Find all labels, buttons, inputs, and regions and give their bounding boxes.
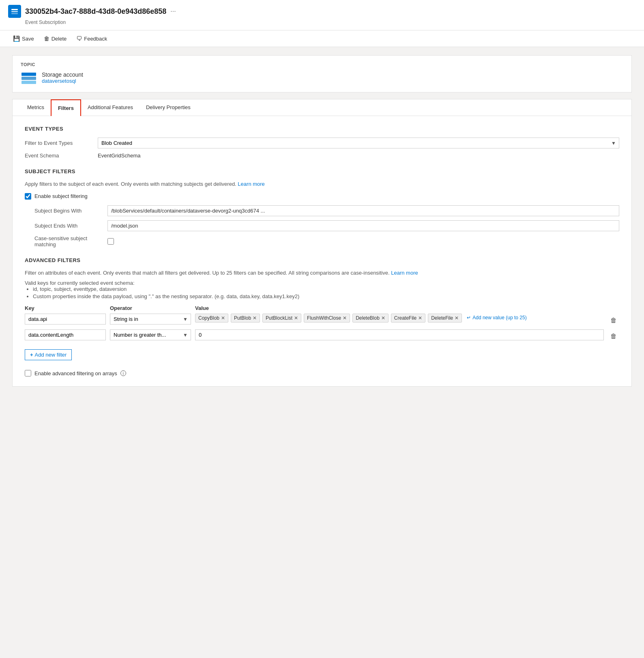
enable-subject-filtering-label: Enable subject filtering <box>34 193 88 199</box>
top-bar: 330052b4-3ac7-888d-43d8-0e943d86e858 ···… <box>0 0 644 47</box>
subject-filter-fields: Subject Begins With Subject Ends With Ca… <box>34 205 619 247</box>
feedback-icon: 🗨 <box>76 35 82 42</box>
enable-adv-arrays-label: Enable advanced filtering on arrays <box>34 370 117 376</box>
add-new-filter-button[interactable]: + Add new filter <box>25 349 72 360</box>
subject-filters-description: Apply filters to the subject of each eve… <box>25 180 619 188</box>
svg-rect-4 <box>21 77 36 80</box>
app-icon <box>8 5 21 18</box>
filter-row-1-operator[interactable]: String is in String is not in String con… <box>110 314 191 325</box>
svg-rect-5 <box>21 81 36 84</box>
tag-copyblob: CopyBlob ✕ <box>195 314 228 323</box>
enable-advanced-filtering-row: Enable advanced filtering on arrays i <box>25 370 619 376</box>
tag-createfile-close[interactable]: ✕ <box>418 316 422 320</box>
tag-flushwithclose: FlushWithClose ✕ <box>304 314 350 323</box>
event-types-dropdown-wrapper: Blob Created ▼ <box>98 138 619 148</box>
subject-begins-with-row: Subject Begins With <box>34 205 619 216</box>
tab-delivery-properties[interactable]: Delivery Properties <box>140 99 197 116</box>
event-types-title: EVENT TYPES <box>25 126 619 132</box>
add-value-icon: ↵ <box>467 315 471 320</box>
topic-info: TOPIC Storage account dataversetosql <box>21 62 83 86</box>
tabs: Metrics Filters Additional Features Deli… <box>13 99 631 116</box>
advanced-filters-learn-more[interactable]: Learn more <box>391 270 418 276</box>
tag-copyblob-close[interactable]: ✕ <box>221 316 225 320</box>
advanced-filters-section: ADVANCED FILTERS Filter on attributes of… <box>25 257 619 377</box>
svg-rect-2 <box>11 13 18 14</box>
case-sensitive-row: Case-sensitive subject matching <box>34 235 619 247</box>
topic-type: Storage account <box>42 71 83 78</box>
valid-keys-section: Valid keys for currently selected event … <box>25 280 619 299</box>
tab-additional-features[interactable]: Additional Features <box>81 99 140 116</box>
filter-row-1-values: CopyBlob ✕ PutBlob ✕ PutBlockList ✕ Flus… <box>195 314 604 323</box>
subject-begins-with-input[interactable] <box>107 205 619 216</box>
filter-table-header: Key Operator Value <box>25 305 619 311</box>
page-subtitle: Event Subscription <box>25 19 636 25</box>
tag-putblocklist: PutBlockList ✕ <box>262 314 301 323</box>
case-sensitive-label: Case-sensitive subject matching <box>34 235 107 247</box>
topic-link[interactable]: dataversetosql <box>42 78 76 84</box>
svg-rect-0 <box>11 9 18 10</box>
col-value-header: Value <box>195 305 619 311</box>
tabs-container: Metrics Filters Additional Features Deli… <box>12 99 632 387</box>
tag-deleteblob: DeleteBlob ✕ <box>352 314 389 323</box>
filter-to-event-types-label: Filter to Event Types <box>25 140 98 146</box>
subject-begins-with-label: Subject Begins With <box>34 208 107 214</box>
subject-ends-with-label: Subject Ends With <box>34 223 107 229</box>
subject-ends-with-row: Subject Ends With <box>34 220 619 231</box>
toolbar: 💾 Save 🗑 Delete 🗨 Feedback <box>0 30 644 47</box>
save-icon: 💾 <box>13 35 20 42</box>
col-key-header: Key <box>25 305 106 311</box>
main-content: TOPIC Storage account dataversetosql Met… <box>0 47 644 395</box>
tag-deletefile-close[interactable]: ✕ <box>455 316 459 320</box>
tag-putblocklist-close[interactable]: ✕ <box>294 316 298 320</box>
event-schema-row: Event Schema EventGridSchema <box>25 153 619 159</box>
case-sensitive-checkbox[interactable] <box>107 238 114 245</box>
add-value-button-row1[interactable]: ↵ Add new value (up to 25) <box>464 314 529 322</box>
subject-filters-section: SUBJECT FILTERS Apply filters to the sub… <box>25 168 619 247</box>
tag-putblob-close[interactable]: ✕ <box>253 316 257 320</box>
tag-createfile: CreateFile ✕ <box>391 314 425 323</box>
subject-filters-title: SUBJECT FILTERS <box>25 168 619 174</box>
filter-to-event-types-row: Filter to Event Types Blob Created ▼ <box>25 138 619 148</box>
subject-ends-with-input[interactable] <box>107 220 619 231</box>
advanced-filters-description: Filter on attributes of each event. Only… <box>25 269 619 277</box>
delete-filter-row2-button[interactable]: 🗑 <box>608 331 619 342</box>
tag-flushwithclose-close[interactable]: ✕ <box>343 316 347 320</box>
svg-rect-3 <box>21 73 36 76</box>
tab-filters[interactable]: Filters <box>51 99 81 116</box>
storage-icon <box>21 69 37 86</box>
enable-subject-filtering-row: Enable subject filtering <box>25 193 619 200</box>
tag-deletefile: DeleteFile ✕ <box>428 314 462 323</box>
add-filter-icon: + <box>30 352 33 358</box>
filter-row-1-key[interactable] <box>25 314 106 325</box>
event-schema-label: Event Schema <box>25 153 98 159</box>
topic-card: TOPIC Storage account dataversetosql <box>12 55 632 92</box>
svg-rect-1 <box>11 11 18 12</box>
delete-button[interactable]: 🗑 Delete <box>39 33 72 44</box>
tag-deleteblob-close[interactable]: ✕ <box>381 316 385 320</box>
filter-row-2-operator-wrapper: Number is greater th... Number is less t… <box>110 329 191 340</box>
subject-filters-learn-more[interactable]: Learn more <box>238 181 264 187</box>
enable-adv-arrays-checkbox[interactable] <box>25 370 31 376</box>
filter-row-2-operator[interactable]: Number is greater th... Number is less t… <box>110 329 191 340</box>
delete-icon: 🗑 <box>44 35 49 42</box>
filter-row-2-key[interactable] <box>25 329 106 340</box>
event-schema-value: EventGridSchema <box>98 153 141 159</box>
filter-row-1: String is in String is not in String con… <box>25 314 619 326</box>
advanced-filters-title: ADVANCED FILTERS <box>25 257 619 263</box>
delete-filter-row1-button[interactable]: 🗑 <box>608 315 619 326</box>
event-types-section: EVENT TYPES Filter to Event Types Blob C… <box>25 126 619 159</box>
enable-subject-filtering-checkbox[interactable] <box>25 193 31 200</box>
more-options-button[interactable]: ··· <box>170 8 176 15</box>
filter-row-2-value[interactable] <box>195 329 604 340</box>
filter-row-1-operator-wrapper: String is in String is not in String con… <box>110 314 191 325</box>
tab-metrics[interactable]: Metrics <box>21 99 51 116</box>
page-title: 330052b4-3ac7-888d-43d8-0e943d86e858 <box>25 7 166 16</box>
col-operator-header: Operator <box>110 305 191 311</box>
tab-content-filters: EVENT TYPES Filter to Event Types Blob C… <box>13 116 631 386</box>
filter-row-2: Number is greater th... Number is less t… <box>25 329 619 342</box>
enable-adv-arrays-info-icon[interactable]: i <box>120 370 126 376</box>
save-button[interactable]: 💾 Save <box>8 33 39 44</box>
event-types-dropdown[interactable]: Blob Created <box>98 138 619 148</box>
feedback-button[interactable]: 🗨 Feedback <box>71 33 112 44</box>
filter-row-2-value-wrapper <box>195 329 604 340</box>
